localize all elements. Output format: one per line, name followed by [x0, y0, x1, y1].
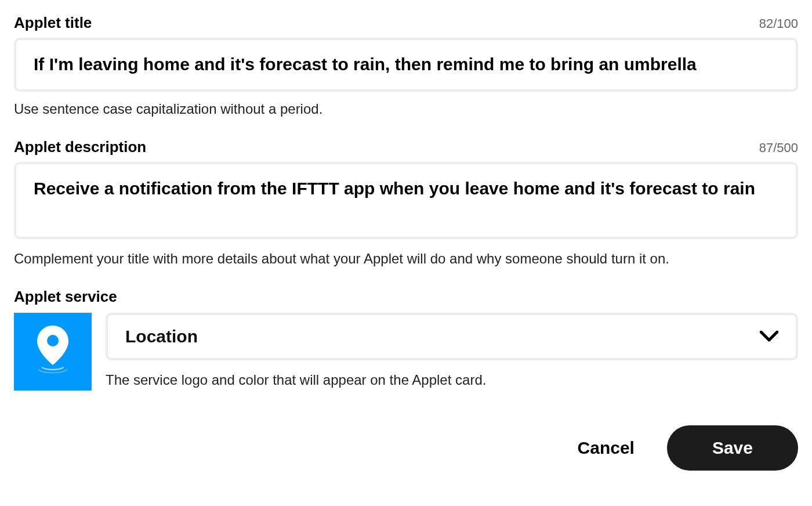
title-label-row: Applet title 82/100: [14, 14, 798, 32]
service-icon-box: [14, 313, 92, 391]
description-label-row: Applet description 87/500: [14, 138, 798, 156]
svg-point-0: [47, 335, 59, 346]
cancel-button[interactable]: Cancel: [578, 438, 635, 458]
description-help-text: Complement your title with more details …: [14, 251, 798, 267]
applet-description-input[interactable]: [14, 162, 798, 239]
description-label: Applet description: [14, 138, 146, 156]
applet-description-section: Applet description 87/500 Complement you…: [14, 138, 798, 267]
service-label: Applet service: [14, 288, 798, 306]
button-row: Cancel Save: [14, 425, 798, 471]
description-char-counter: 87/500: [759, 140, 798, 156]
title-help-text: Use sentence case capitalization without…: [14, 101, 798, 117]
save-button[interactable]: Save: [667, 425, 798, 471]
title-label: Applet title: [14, 14, 92, 32]
applet-title-section: Applet title 82/100 Use sentence case ca…: [14, 14, 798, 117]
location-pin-icon: [35, 326, 71, 378]
applet-service-section: Applet service Location The service logo…: [14, 288, 798, 391]
service-help-text: The service logo and color that will app…: [106, 372, 798, 388]
service-select-value: Location: [125, 327, 198, 346]
applet-title-input[interactable]: [14, 38, 798, 92]
title-char-counter: 82/100: [759, 16, 798, 31]
chevron-down-icon: [760, 331, 778, 342]
service-right-column: Location The service logo and color that…: [106, 313, 798, 388]
service-row: Location The service logo and color that…: [14, 313, 798, 391]
service-select[interactable]: Location: [106, 313, 798, 360]
